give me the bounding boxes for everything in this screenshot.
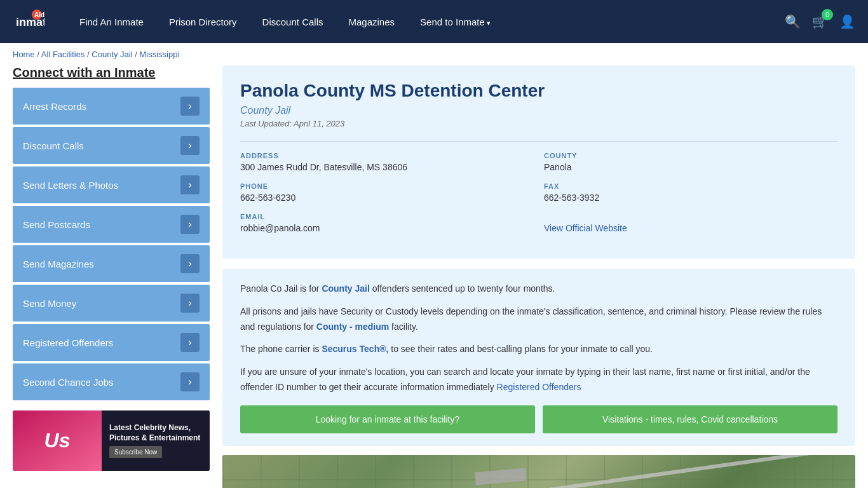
desc-paragraph-2: All prisons and jails have Security or C…	[240, 304, 837, 335]
county-label: COUNTY	[544, 152, 837, 159]
sidebar-item-send-letters-photos[interactable]: Send Letters & Photos ›	[13, 166, 210, 203]
sidebar-item-send-magazines[interactable]: Send Magazines ›	[13, 245, 210, 282]
facility-updated: Last Updated: April 11, 2023	[240, 119, 837, 128]
sidebar-item-label: Send Magazines	[23, 259, 94, 269]
visitations-button[interactable]: Visitations - times, rules, Covid cancel…	[543, 405, 837, 433]
address-label: ADDRESS	[240, 152, 534, 159]
cart-badge: 0	[822, 9, 833, 20]
sidebar-arrow-icon: ›	[180, 254, 200, 273]
find-inmate-button[interactable]: Looking for an inmate at this facility?	[240, 405, 535, 433]
detail-fax: FAX 662-563-3932	[544, 182, 837, 203]
fax-value: 662-563-3932	[544, 193, 837, 203]
detail-website: View Official Website	[544, 213, 837, 233]
ad-banner[interactable]: Us Latest Celebrity News, Pictures & Ent…	[13, 410, 210, 471]
breadcrumb-all-facilities[interactable]: All Facilities	[41, 50, 85, 59]
user-icon[interactable]: 👤	[839, 14, 855, 29]
sidebar-item-label: Registered Offenders	[23, 337, 113, 348]
sidebar-arrow-icon: ›	[180, 294, 200, 313]
sidebar-item-label: Arrest Records	[23, 101, 86, 112]
breadcrumb-county-jail[interactable]: County Jail	[92, 50, 132, 59]
sidebar-arrow-icon: ›	[180, 97, 200, 116]
desc-paragraph-1: Panola Co Jail is for County Jail offend…	[240, 281, 837, 297]
nav-discount-calls[interactable]: Discount Calls	[250, 10, 336, 34]
cart-icon[interactable]: 🛒 0	[812, 14, 828, 29]
sidebar: Connect with an Inmate Arrest Records › …	[13, 65, 210, 488]
ad-text: Latest Celebrity News, Pictures & Entert…	[109, 423, 202, 443]
fax-label: FAX	[544, 182, 837, 190]
sidebar-title: Connect with an Inmate	[13, 65, 210, 80]
site-header: inmate Aid Find An Inmate Prison Directo…	[0, 0, 868, 43]
main-nav: Find An Inmate Prison Directory Discount…	[67, 10, 785, 34]
sidebar-item-label: Send Letters & Photos	[23, 180, 118, 191]
county-medium-link[interactable]: County - medium	[316, 322, 389, 332]
sidebar-arrow-icon: ›	[180, 372, 200, 391]
registered-offenders-link[interactable]: Registered Offenders	[497, 382, 581, 392]
facility-details: ADDRESS 300 James Rudd Dr, Batesville, M…	[240, 141, 837, 233]
official-website-link[interactable]: View Official Website	[544, 223, 627, 233]
sidebar-item-send-money[interactable]: Send Money ›	[13, 285, 210, 322]
sidebar-item-arrest-records[interactable]: Arrest Records ›	[13, 88, 210, 125]
nav-prison-directory[interactable]: Prison Directory	[156, 10, 250, 34]
phone-value: 662-563-6230	[240, 193, 534, 203]
nav-find-inmate[interactable]: Find An Inmate	[67, 10, 156, 34]
sidebar-item-label: Discount Calls	[23, 140, 84, 151]
website-label-spacer	[544, 213, 837, 220]
sidebar-item-second-chance-jobs[interactable]: Second Chance Jobs ›	[13, 363, 210, 400]
facility-name: Panola County MS Detention Center	[240, 81, 837, 101]
detail-phone: PHONE 662-563-6230	[240, 182, 534, 203]
facility-card: Panola County MS Detention Center County…	[222, 65, 855, 259]
sidebar-item-discount-calls[interactable]: Discount Calls ›	[13, 127, 210, 164]
address-value: 300 James Rudd Dr, Batesville, MS 38606	[240, 162, 534, 172]
site-logo[interactable]: inmate Aid	[13, 6, 48, 37]
sidebar-menu: Arrest Records › Discount Calls › Send L…	[13, 88, 210, 400]
sidebar-arrow-icon: ›	[180, 175, 200, 194]
email-label: EMAIL	[240, 213, 534, 220]
phone-label: PHONE	[240, 182, 534, 190]
sidebar-arrow-icon: ›	[180, 333, 200, 352]
facility-description: Panola Co Jail is for County Jail offend…	[222, 269, 855, 446]
detail-county: COUNTY Panola	[544, 152, 837, 172]
ad-subscribe-button[interactable]: Subscribe Now	[109, 446, 162, 458]
sidebar-item-label: Second Chance Jobs	[23, 377, 114, 388]
desc-paragraph-3: The phone carrier is Securus Tech®, to s…	[240, 342, 837, 357]
email-value: robbie@panola.com	[240, 223, 534, 233]
facility-map[interactable]	[222, 455, 855, 488]
sidebar-arrow-icon: ›	[180, 136, 200, 155]
detail-address: ADDRESS 300 James Rudd Dr, Batesville, M…	[240, 152, 534, 172]
header-icons: 🔍 🛒 0 👤	[785, 14, 855, 29]
sidebar-item-label: Send Money	[23, 298, 76, 309]
detail-email: EMAIL robbie@panola.com	[240, 213, 534, 233]
breadcrumb: Home / All Facilities / County Jail / Mi…	[0, 43, 868, 65]
main-content: Panola County MS Detention Center County…	[222, 65, 855, 488]
nav-magazines[interactable]: Magazines	[336, 10, 407, 34]
svg-text:Aid: Aid	[34, 11, 44, 18]
facility-type: County Jail	[240, 105, 837, 116]
search-icon[interactable]: 🔍	[785, 14, 801, 29]
sidebar-item-send-postcards[interactable]: Send Postcards ›	[13, 206, 210, 243]
sidebar-item-registered-offenders[interactable]: Registered Offenders ›	[13, 324, 210, 361]
nav-send-to-inmate[interactable]: Send to Inmate	[407, 10, 503, 34]
breadcrumb-home[interactable]: Home	[13, 50, 35, 59]
sidebar-arrow-icon: ›	[180, 215, 200, 234]
action-buttons: Looking for an inmate at this facility? …	[240, 405, 837, 433]
county-jail-link[interactable]: County Jail	[322, 283, 369, 294]
sidebar-item-label: Send Postcards	[23, 219, 90, 230]
desc-paragraph-4: If you are unsure of your inmate's locat…	[240, 365, 837, 395]
breadcrumb-mississippi[interactable]: Mississippi	[139, 50, 179, 59]
main-container: Connect with an Inmate Arrest Records › …	[0, 65, 868, 488]
ad-content: Latest Celebrity News, Pictures & Entert…	[102, 410, 210, 471]
ad-brand-logo: Us	[13, 410, 102, 471]
county-value: Panola	[544, 162, 837, 172]
securus-link[interactable]: Securus Tech®,	[322, 344, 388, 354]
